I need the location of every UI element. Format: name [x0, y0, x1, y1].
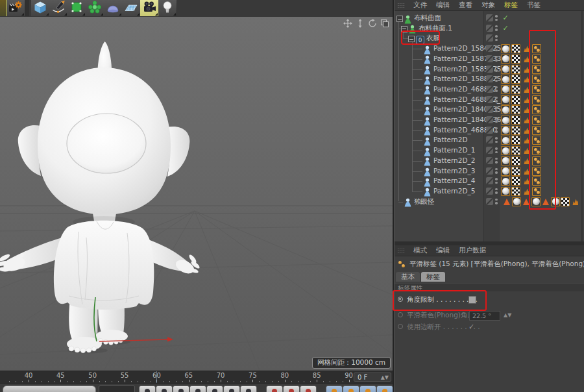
- visibility-dots-icon[interactable]: [495, 137, 498, 143]
- checkbox-checked[interactable]: ✓: [468, 323, 474, 331]
- material-tag-icon[interactable]: [501, 177, 510, 186]
- om-menu-1[interactable]: 文件: [413, 1, 427, 10]
- layer-toggle-icon[interactable]: [486, 198, 493, 205]
- viewport-toggle-layout-button[interactable]: [380, 19, 389, 29]
- next-key-button[interactable]: [223, 386, 240, 392]
- object-row[interactable]: Pattern2D_5: [395, 186, 584, 197]
- layer-toggle-icon[interactable]: [486, 136, 493, 143]
- visibility-dots-icon[interactable]: [495, 117, 498, 123]
- next-frame-button[interactable]: [206, 386, 223, 392]
- goto-start-button[interactable]: [139, 386, 156, 392]
- frame-stepper-icon[interactable]: ▲▼: [381, 373, 389, 382]
- material-tag-icon[interactable]: [501, 44, 510, 53]
- material-tag-icon[interactable]: [501, 167, 510, 176]
- flame-tag-icon[interactable]: [522, 105, 531, 114]
- record-parameter-button[interactable]: [376, 386, 393, 392]
- flame-tag-icon[interactable]: [522, 95, 531, 104]
- flame-tag-icon[interactable]: [522, 44, 531, 53]
- visibility-dots-icon[interactable]: [495, 199, 498, 204]
- flame-tag-icon[interactable]: [522, 116, 531, 125]
- triangle-tag-icon[interactable]: [502, 197, 511, 206]
- material-tag-icon[interactable]: [501, 136, 510, 145]
- triangle-tag-icon[interactable]: [522, 197, 531, 206]
- visibility-dots-icon[interactable]: [495, 178, 498, 184]
- light-button[interactable]: [158, 0, 177, 16]
- layer-toggle-icon[interactable]: [486, 86, 493, 93]
- visibility-dots-icon[interactable]: [495, 168, 498, 174]
- object-row[interactable]: Pattern2D_468820: [395, 125, 584, 136]
- visibility-dots-icon[interactable]: [495, 66, 498, 72]
- material-tag-icon[interactable]: [501, 55, 510, 64]
- om-menu-2[interactable]: 编辑: [436, 1, 450, 10]
- uv-tag-icon[interactable]: [511, 85, 520, 94]
- expand-toggle[interactable]: [401, 26, 408, 32]
- object-row[interactable]: 独眼怪: [395, 197, 584, 207]
- phong-tag-icon[interactable]: [532, 116, 541, 125]
- record-position-button[interactable]: [326, 386, 343, 392]
- object-row[interactable]: 布料曲面.1✓: [395, 23, 584, 34]
- om-menu-5[interactable]: 标签: [504, 1, 518, 10]
- phong-tag-icon[interactable]: [532, 126, 541, 135]
- layer-toggle-icon[interactable]: [486, 157, 493, 164]
- flame-tag-icon[interactable]: [522, 136, 531, 145]
- previous-frame-button[interactable]: [173, 386, 189, 392]
- uv-tag-icon[interactable]: [511, 95, 520, 104]
- layer-toggle-icon[interactable]: [486, 127, 493, 134]
- layer-toggle-icon[interactable]: [486, 75, 493, 82]
- render-settings-button[interactable]: [6, 0, 25, 16]
- object-row[interactable]: Pattern2D_468822_1: [395, 95, 584, 105]
- phong-tag-icon[interactable]: [532, 167, 541, 176]
- play-button[interactable]: [189, 386, 206, 392]
- subdivision-surface-button[interactable]: [67, 0, 86, 16]
- material-tag-icon[interactable]: [501, 116, 510, 125]
- material-tag-icon[interactable]: [501, 75, 510, 84]
- layer-toggle-icon[interactable]: [486, 147, 493, 154]
- material-tag-icon[interactable]: [501, 187, 510, 196]
- material-tag-icon[interactable]: [501, 65, 510, 74]
- record-rotation-button[interactable]: [359, 386, 376, 392]
- uv-tag-icon[interactable]: [511, 136, 520, 145]
- record-scale-button[interactable]: [343, 386, 359, 392]
- material-tag-icon[interactable]: [512, 197, 521, 206]
- object-row[interactable]: Pattern2D_1588825: [395, 74, 584, 84]
- goto-end-button[interactable]: [240, 386, 257, 392]
- uv-tag-icon[interactable]: [511, 126, 520, 135]
- am-menu-3[interactable]: 用户数据: [459, 246, 486, 255]
- object-row[interactable]: Pattern2D_2: [395, 156, 584, 166]
- material-tag-icon[interactable]: [551, 197, 560, 206]
- om-menu-6[interactable]: 书签: [527, 1, 541, 10]
- visibility-dots-icon[interactable]: [495, 15, 498, 21]
- layer-toggle-icon[interactable]: [486, 167, 493, 175]
- visibility-dots-icon[interactable]: [495, 45, 498, 51]
- object-row[interactable]: 0衣服: [395, 33, 584, 43]
- viewport-rotate-button[interactable]: [367, 19, 377, 29]
- checkbox[interactable]: [468, 296, 476, 304]
- keyframe-ring-icon[interactable]: [398, 297, 403, 302]
- layer-toggle-icon[interactable]: [486, 55, 493, 62]
- object-row[interactable]: Pattern2D_1840435: [395, 104, 584, 115]
- layer-toggle-icon[interactable]: [486, 96, 493, 103]
- phong-tag-icon[interactable]: [532, 105, 541, 114]
- flame-tag-icon[interactable]: [522, 85, 531, 94]
- phong-tag-icon[interactable]: [532, 44, 541, 53]
- phong-tag-icon[interactable]: [532, 146, 541, 155]
- visibility-dots-icon[interactable]: [495, 147, 498, 153]
- material-tag-icon[interactable]: [501, 146, 510, 155]
- om-menu-3[interactable]: 查看: [459, 1, 472, 10]
- flame-tag-icon[interactable]: [570, 197, 579, 206]
- object-row[interactable]: Pattern2D_1585675: [395, 64, 584, 75]
- phong-tag-icon[interactable]: [532, 177, 541, 186]
- object-tree-scrollbar[interactable]: [581, 11, 583, 241]
- metaball-button[interactable]: [104, 0, 123, 16]
- uv-tag-icon[interactable]: [511, 187, 520, 196]
- uv-tag-icon[interactable]: [511, 75, 520, 84]
- range-field[interactable]: [99, 386, 135, 392]
- flame-tag-icon[interactable]: [522, 156, 531, 165]
- material-tag-icon[interactable]: [501, 85, 510, 94]
- uv-tag-icon[interactable]: [511, 55, 520, 64]
- object-row[interactable]: Pattern2D_1840436: [395, 115, 584, 125]
- layer-toggle-icon[interactable]: [486, 45, 493, 52]
- value-field[interactable]: 22.5 °: [469, 311, 500, 321]
- layer-toggle-icon[interactable]: [486, 25, 493, 32]
- phong-tag-icon[interactable]: [532, 55, 541, 64]
